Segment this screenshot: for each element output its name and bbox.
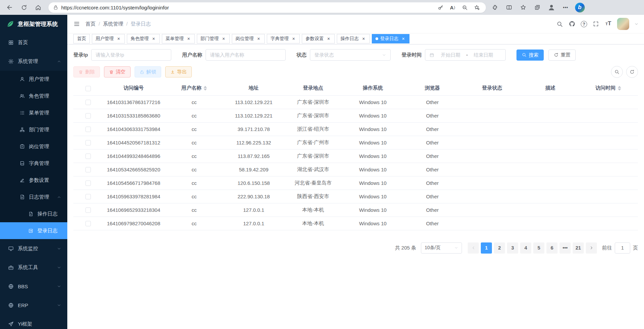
end-date-input[interactable] bbox=[470, 52, 497, 58]
sidebar-item-menu-management[interactable]: 菜单管理 bbox=[0, 104, 67, 121]
row-checkbox[interactable] bbox=[85, 113, 91, 119]
search-icon[interactable] bbox=[556, 20, 563, 28]
tab[interactable]: 字典管理 bbox=[267, 34, 300, 43]
row-checkbox[interactable] bbox=[85, 180, 91, 186]
table-row[interactable]: 1641044993248464896 cc 113.87.92.165 广东省… bbox=[73, 149, 638, 163]
row-checkbox[interactable] bbox=[85, 167, 91, 172]
add-favorite-icon[interactable] bbox=[472, 3, 481, 12]
tab-close-icon[interactable] bbox=[116, 36, 121, 41]
username-input[interactable] bbox=[210, 52, 281, 58]
sidebar-item-role-management[interactable]: 角色管理 bbox=[0, 88, 67, 104]
show-search-button[interactable] bbox=[611, 66, 623, 78]
row-checkbox[interactable] bbox=[85, 154, 91, 159]
page-button[interactable]: 4 bbox=[520, 242, 531, 254]
export-button[interactable]: 导出 bbox=[165, 66, 192, 77]
home-icon[interactable] bbox=[32, 2, 44, 13]
tab-close-icon[interactable] bbox=[256, 36, 261, 41]
avatar[interactable] bbox=[617, 18, 629, 30]
reset-button[interactable]: 重置 bbox=[548, 50, 576, 61]
text-size-icon[interactable] bbox=[605, 20, 612, 28]
tab[interactable]: 角色管理 bbox=[127, 34, 160, 43]
tab-close-icon[interactable] bbox=[401, 36, 406, 41]
table-row[interactable]: 1641059633978281984 cc 222.90.130.18 陕西省… bbox=[73, 190, 638, 203]
github-icon[interactable] bbox=[568, 20, 576, 28]
browser-profile-icon[interactable] bbox=[546, 2, 557, 13]
table-row[interactable]: 1641031533185863680 cc 113.102.129.221 广… bbox=[73, 109, 638, 122]
sidebar-item-erp[interactable]: ERP bbox=[0, 296, 67, 315]
breadcrumb-home[interactable]: 首页 bbox=[85, 21, 103, 27]
row-checkbox[interactable] bbox=[85, 100, 91, 105]
page-button[interactable]: 5 bbox=[533, 242, 544, 254]
help-icon[interactable] bbox=[581, 21, 587, 27]
split-screen-icon[interactable] bbox=[503, 2, 515, 13]
login-ip-input[interactable] bbox=[96, 52, 167, 58]
goto-page-input[interactable] bbox=[615, 242, 630, 254]
sidebar-item-department-management[interactable]: 部门管理 bbox=[0, 121, 67, 138]
delete-button[interactable]: 删除 bbox=[73, 66, 100, 77]
sort-caret[interactable] bbox=[204, 86, 207, 91]
select-all-checkbox[interactable] bbox=[85, 86, 91, 91]
page-button[interactable]: ••• bbox=[560, 242, 571, 254]
next-page-button[interactable] bbox=[586, 242, 597, 254]
row-checkbox[interactable] bbox=[85, 207, 91, 213]
unlock-button[interactable]: 解锁 bbox=[135, 66, 161, 77]
tab-close-icon[interactable] bbox=[186, 36, 191, 41]
breadcrumb-system[interactable]: 系统管理 bbox=[103, 21, 131, 27]
sidebar-item-yi-framework[interactable]: Yi框架 bbox=[0, 315, 67, 329]
page-button[interactable]: 3 bbox=[507, 242, 518, 254]
tab-close-icon[interactable] bbox=[291, 36, 296, 41]
tab[interactable]: 操作日志 bbox=[337, 34, 370, 43]
date-range-picker[interactable]: - bbox=[425, 49, 506, 61]
tab-close-icon[interactable] bbox=[361, 36, 366, 41]
app-logo[interactable]: 意框架管理系统 bbox=[0, 15, 67, 33]
tab[interactable]: 部门管理 bbox=[197, 34, 230, 43]
row-checkbox[interactable] bbox=[85, 140, 91, 145]
status-select[interactable] bbox=[310, 49, 391, 61]
sidebar-item-operation-log[interactable]: 操作日志 bbox=[0, 205, 67, 222]
tab-close-icon[interactable] bbox=[326, 36, 331, 41]
table-row[interactable]: 1641043063331753984 cc 39.171.210.78 浙江省… bbox=[73, 122, 638, 136]
zoom-out-icon[interactable] bbox=[460, 3, 469, 12]
sidebar-item-post-management[interactable]: 岗位管理 bbox=[0, 138, 67, 155]
browser-menu-icon[interactable] bbox=[560, 2, 571, 13]
row-checkbox[interactable] bbox=[85, 127, 91, 132]
favorites-bar-icon[interactable] bbox=[517, 2, 529, 13]
refresh-table-button[interactable] bbox=[626, 66, 638, 78]
address-bar[interactable]: https://ccnetcore.com:1101/system/log/lo… bbox=[48, 2, 486, 13]
table-row[interactable]: 1641054566717984768 cc 120.6.150.158 河北省… bbox=[73, 176, 638, 190]
page-button[interactable]: 21 bbox=[573, 242, 584, 254]
page-button[interactable]: 1 bbox=[481, 242, 492, 254]
sidebar-item-log-management[interactable]: 日志管理 bbox=[0, 189, 67, 205]
sidebar-item-bbs[interactable]: BBS bbox=[0, 277, 67, 296]
sidebar-item-login-log[interactable]: 登录日志 bbox=[0, 222, 67, 239]
clear-button[interactable]: 清空 bbox=[104, 66, 131, 77]
table-row[interactable]: 1641069798270046208 cc 127.0.0.1 本地-本机 W… bbox=[73, 217, 638, 230]
prev-page-button[interactable] bbox=[468, 242, 479, 254]
sort-caret[interactable] bbox=[618, 86, 621, 91]
row-checkbox[interactable] bbox=[85, 221, 91, 226]
extensions-icon[interactable] bbox=[489, 2, 501, 13]
table-row[interactable]: 1641069652933218304 cc 127.0.0.1 本地-本机 W… bbox=[73, 203, 638, 217]
sidebar-item-parameter-settings[interactable]: 参数设置 bbox=[0, 172, 67, 189]
fullscreen-icon[interactable] bbox=[592, 20, 600, 28]
sidebar-item-system-management[interactable]: 系统管理 bbox=[0, 52, 67, 71]
sidebar-item-dictionary-management[interactable]: 字典管理 bbox=[0, 155, 67, 172]
back-icon[interactable] bbox=[4, 2, 15, 13]
sidebar-item-system-tools[interactable]: 系统工具 bbox=[0, 258, 67, 277]
sidebar-item-home[interactable]: 首页 bbox=[0, 33, 67, 52]
tab[interactable]: 登录日志 bbox=[372, 34, 409, 43]
page-button[interactable]: 6 bbox=[546, 242, 558, 254]
sidebar-item-system-monitoring[interactable]: 系统监控 bbox=[0, 239, 67, 258]
row-checkbox[interactable] bbox=[85, 194, 91, 199]
page-button[interactable]: 2 bbox=[494, 242, 505, 254]
tab[interactable]: 参数设置 bbox=[302, 34, 335, 43]
sidebar-item-user-management[interactable]: 用户管理 bbox=[0, 71, 67, 88]
sidebar-toggle-icon[interactable] bbox=[73, 21, 80, 27]
chevron-down-icon[interactable] bbox=[634, 22, 639, 26]
password-key-icon[interactable] bbox=[436, 3, 445, 12]
tab[interactable]: 首页 bbox=[73, 34, 90, 43]
bing-copilot-icon[interactable] bbox=[574, 2, 585, 13]
table-row[interactable]: 1641044520567181312 cc 112.96.225.132 广东… bbox=[73, 136, 638, 149]
table-row[interactable]: 1641053426655825920 cc 58.19.42.209 湖北省-… bbox=[73, 163, 638, 176]
tab-close-icon[interactable] bbox=[221, 36, 226, 41]
